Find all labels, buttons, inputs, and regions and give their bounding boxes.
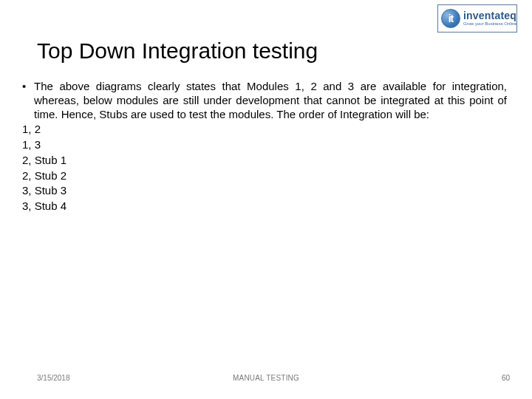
bullet-text: The above diagrams clearly states that M… [34, 80, 510, 121]
logo-badge-text: it [449, 13, 454, 24]
slide-title: Top Down Integration testing [37, 38, 318, 64]
slide-footer: 3/15/2018 MANUAL TESTING 60 [0, 374, 532, 386]
logo-brand-text: inventateq [463, 10, 516, 21]
slide: it inventateq Grow your Business Online … [0, 0, 532, 399]
bullet-item: • The above diagrams clearly states that… [22, 80, 510, 121]
footer-date: 3/15/2018 [37, 374, 70, 382]
list-item: 2, Stub 2 [22, 169, 510, 183]
integration-order-list: 1, 2 1, 3 2, Stub 1 2, Stub 2 3, Stub 3 … [22, 123, 510, 214]
bullet-marker-icon: • [22, 80, 34, 121]
footer-page-number: 60 [502, 374, 510, 382]
logo-tagline: Grow your Business Online [463, 21, 517, 26]
list-item: 3, Stub 4 [22, 200, 510, 214]
logo-badge-icon: it [441, 9, 460, 28]
list-item: 2, Stub 1 [22, 154, 510, 168]
list-item: 1, 3 [22, 138, 510, 152]
footer-center: MANUAL TESTING [233, 374, 299, 382]
slide-body: • The above diagrams clearly states that… [22, 80, 510, 214]
list-item: 1, 2 [22, 123, 510, 137]
brand-logo: it inventateq Grow your Business Online [437, 4, 517, 33]
list-item: 3, Stub 3 [22, 184, 510, 198]
